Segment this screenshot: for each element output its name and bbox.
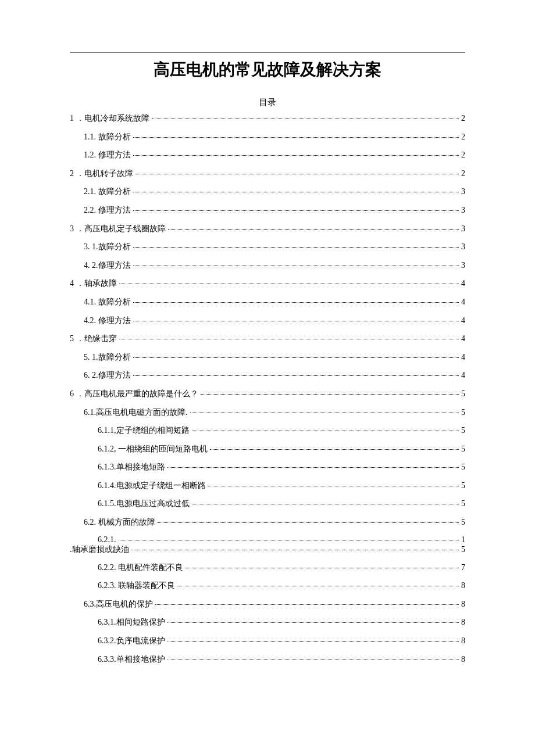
toc-entry: 3 ．高压电机定子线圈故障3 bbox=[70, 223, 465, 235]
toc-entry-wrapped: 6.2.1.1.轴承磨损或缺油5 bbox=[70, 535, 465, 555]
toc-page-number: 2 bbox=[461, 149, 465, 161]
toc-entry: 6.1.3.单相接地短路5 bbox=[70, 461, 465, 473]
toc-label: 1.1. 故障分析 bbox=[84, 131, 131, 143]
toc-page-number: 5 bbox=[461, 517, 465, 528]
toc-label: 6.1.3.单相接地短路 bbox=[98, 461, 165, 473]
toc-page-number: 3 bbox=[461, 186, 465, 198]
toc-entry: 6.2. 机械方面的故障5 bbox=[70, 517, 465, 528]
toc-label: 1 ．电机冷却系统故障 bbox=[70, 113, 149, 124]
toc-leader-dots bbox=[133, 137, 459, 138]
toc-entry: 6.2.2. 电机配件装配不良7 bbox=[70, 562, 465, 574]
toc-leader-dots bbox=[158, 522, 459, 523]
toc-page-number: 4 bbox=[461, 352, 465, 363]
toc-entry: 6 ．高压电机最严重的故障是什么？5 bbox=[70, 388, 465, 400]
toc-page-number: 3 bbox=[461, 260, 465, 271]
toc-entry: 1.2. 修理方法2 bbox=[70, 149, 465, 161]
toc-leader-dots bbox=[133, 357, 459, 358]
toc-leader-dots bbox=[208, 486, 459, 486]
toc-leader-dots bbox=[152, 119, 459, 119]
toc-leader-dots bbox=[210, 449, 459, 450]
toc-leader-dots bbox=[167, 660, 459, 660]
toc-entry: 6.3.2.负序电流保护8 bbox=[70, 635, 465, 647]
toc-entry: 6.2.3. 联轴器装配不良8 bbox=[70, 580, 465, 592]
toc-page-number: 5 bbox=[461, 545, 465, 554]
toc-leader-dots bbox=[190, 413, 459, 413]
toc-label: 6.2.2. 电机配件装配不良 bbox=[98, 562, 183, 574]
toc-header: 目录 bbox=[70, 97, 465, 108]
toc-label: 6.3.高压电机的保护 bbox=[84, 599, 153, 610]
toc-page-number: 2 bbox=[461, 113, 465, 124]
toc-leader-dots bbox=[133, 155, 459, 156]
toc-entry: 6.3.高压电机的保护8 bbox=[70, 599, 465, 610]
toc-label: 3. 1.故障分析 bbox=[84, 241, 131, 253]
toc-label: 6.3.2.负序电流保护 bbox=[98, 635, 165, 647]
toc-leader-dots bbox=[186, 568, 459, 568]
toc-page-number: 8 bbox=[461, 617, 465, 628]
toc-leader-dots bbox=[119, 284, 459, 284]
toc-label: 1.2. 修理方法 bbox=[84, 149, 131, 161]
toc-page-number: 7 bbox=[461, 562, 465, 574]
toc-page-number: 8 bbox=[461, 599, 465, 610]
toc-label: 6.2.1. bbox=[98, 535, 116, 544]
toc-leader-dots bbox=[167, 467, 459, 468]
toc-leader-dots bbox=[135, 174, 459, 174]
toc-entry: 4. 2.修理方法3 bbox=[70, 260, 465, 271]
toc-entry: 2 ．电机转子故障2 bbox=[70, 168, 465, 180]
toc-entry: 1 ．电机冷却系统故障2 bbox=[70, 113, 465, 124]
toc-label: 2 ．电机转子故障 bbox=[70, 168, 133, 180]
toc-entry: 2.1. 故障分析3 bbox=[70, 186, 465, 198]
toc-label: 5. 1.故障分析 bbox=[84, 352, 131, 363]
toc-page-number: 3 bbox=[461, 241, 465, 253]
toc-label: 6.2. 机械方面的故障 bbox=[84, 517, 155, 528]
toc-page-number: 5 bbox=[461, 498, 465, 510]
toc-leader-dots bbox=[133, 266, 459, 266]
toc-page-number: 5 bbox=[461, 407, 465, 418]
toc-entry: 5 ．绝缘击穿4 bbox=[70, 333, 465, 345]
toc-page-number: 5 bbox=[461, 425, 465, 436]
toc-entry: 6.1.5.电源电压过高或过低5 bbox=[70, 498, 465, 510]
toc-entry: 6.3.1.相间短路保护8 bbox=[70, 617, 465, 628]
toc-entry: 2.2. 修理方法3 bbox=[70, 205, 465, 216]
toc-page-number: 3 bbox=[461, 205, 465, 216]
toc-leader-dots bbox=[133, 247, 459, 248]
toc-page-number: 5 bbox=[461, 480, 465, 492]
toc-leader-dots bbox=[119, 339, 459, 339]
toc-entry: 5. 1.故障分析4 bbox=[70, 352, 465, 363]
toc-label: 6.1.5.电源电压过高或过低 bbox=[98, 498, 190, 510]
toc-entry: 6.1.高压电机电磁方面的故障.5 bbox=[70, 407, 465, 418]
toc-page-number: 3 bbox=[461, 223, 465, 235]
toc-page-number: 8 bbox=[461, 580, 465, 592]
toc-label: 6.1.4.电源或定子绕组一相断路 bbox=[98, 480, 206, 492]
toc-leader-dots bbox=[131, 550, 459, 550]
toc-label: 6.1.1,定子绕组的相间短路 bbox=[98, 425, 190, 436]
document-title: 高压电机的常见故障及解决方案 bbox=[70, 52, 465, 81]
toc-entry: 6.1.4.电源或定子绕组一相断路5 bbox=[70, 480, 465, 492]
toc-label: 6 ．高压电机最严重的故障是什么？ bbox=[70, 388, 198, 400]
toc-page-number: 4 bbox=[461, 315, 465, 327]
table-of-contents: 1 ．电机冷却系统故障21.1. 故障分析21.2. 修理方法22 ．电机转子故… bbox=[70, 113, 465, 665]
toc-entry: 1.1. 故障分析2 bbox=[70, 131, 465, 143]
toc-label: 6.3.1.相间短路保护 bbox=[98, 617, 165, 628]
toc-leader-dots bbox=[133, 192, 459, 192]
toc-entry: 4.2. 修理方法4 bbox=[70, 315, 465, 327]
toc-page-number: 4 bbox=[461, 333, 465, 345]
toc-page-number: 4 bbox=[461, 278, 465, 289]
toc-leader-dots bbox=[133, 321, 459, 321]
toc-page-number: 8 bbox=[461, 635, 465, 647]
toc-leader-dots bbox=[201, 394, 459, 395]
toc-page-number: 4 bbox=[461, 370, 465, 381]
toc-page-number: 2 bbox=[461, 168, 465, 180]
toc-label: 6. 2.修理方法 bbox=[84, 370, 131, 381]
toc-label: 3 ．高压电机定子线圈故障 bbox=[70, 223, 166, 235]
toc-page-number: 5 bbox=[461, 388, 465, 400]
toc-label: 2.1. 故障分析 bbox=[84, 186, 131, 198]
toc-leader-dots bbox=[133, 210, 459, 211]
toc-entry: 6.3.3.单相接地保护8 bbox=[70, 654, 465, 665]
toc-leader-dots bbox=[168, 229, 459, 230]
toc-leader-dots bbox=[119, 540, 459, 540]
toc-leader-dots bbox=[192, 504, 459, 504]
toc-label: 4 ．轴承故障 bbox=[70, 278, 117, 289]
toc-entry: 6. 2.修理方法4 bbox=[70, 370, 465, 381]
toc-entry: 6.1.1,定子绕组的相间短路5 bbox=[70, 425, 465, 436]
toc-label: 2.2. 修理方法 bbox=[84, 205, 131, 216]
